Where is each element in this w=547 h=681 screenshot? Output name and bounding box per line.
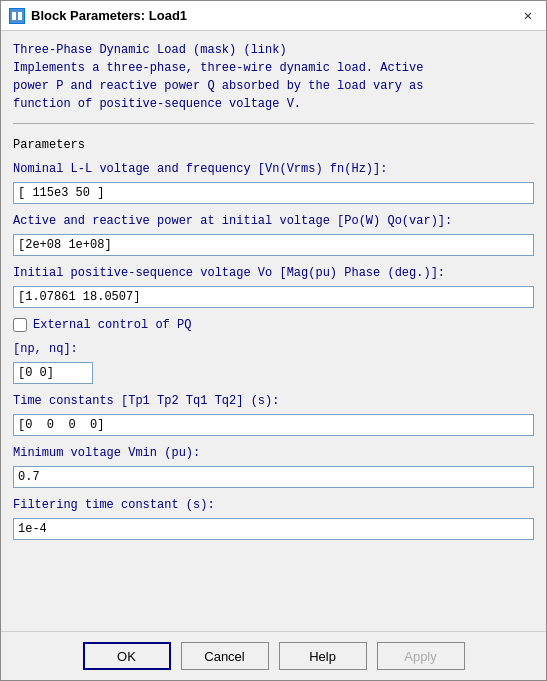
time-constants-label: Time constants [Tp1 Tp2 Tq1 Tq2] (s): bbox=[13, 394, 534, 408]
svg-rect-2 bbox=[18, 12, 22, 20]
filtering-time-label: Filtering time constant (s): bbox=[13, 498, 534, 512]
apply-button[interactable]: Apply bbox=[377, 642, 465, 670]
desc-line1: Three-Phase Dynamic Load (mask) (link) bbox=[13, 41, 534, 59]
filtering-time-input[interactable] bbox=[13, 518, 534, 540]
active-reactive-power-label: Active and reactive power at initial vol… bbox=[13, 214, 534, 228]
button-row: OK Cancel Help Apply bbox=[1, 631, 546, 680]
time-constants-input[interactable] bbox=[13, 414, 534, 436]
parameters-section-label: Parameters bbox=[13, 138, 534, 152]
close-button[interactable]: ✕ bbox=[518, 6, 538, 26]
description-block: Three-Phase Dynamic Load (mask) (link) I… bbox=[13, 41, 534, 113]
svg-rect-1 bbox=[12, 12, 16, 20]
nominal-voltage-label: Nominal L-L voltage and frequency [Vn(Vr… bbox=[13, 162, 534, 176]
desc-line3: power P and reactive power Q absorbed by… bbox=[13, 77, 534, 95]
help-button[interactable]: Help bbox=[279, 642, 367, 670]
dialog-content: Three-Phase Dynamic Load (mask) (link) I… bbox=[1, 31, 546, 631]
window-title: Block Parameters: Load1 bbox=[31, 8, 518, 23]
external-control-checkbox[interactable] bbox=[13, 318, 27, 332]
min-voltage-input[interactable] bbox=[13, 466, 534, 488]
external-control-row: External control of PQ bbox=[13, 318, 534, 332]
ok-button[interactable]: OK bbox=[83, 642, 171, 670]
external-control-label: External control of PQ bbox=[33, 318, 191, 332]
initial-voltage-label: Initial positive-sequence voltage Vo [Ma… bbox=[13, 266, 534, 280]
min-voltage-label: Minimum voltage Vmin (pu): bbox=[13, 446, 534, 460]
initial-voltage-input[interactable] bbox=[13, 286, 534, 308]
np-nq-label: [np, nq]: bbox=[13, 342, 534, 356]
cancel-button[interactable]: Cancel bbox=[181, 642, 269, 670]
desc-line2: Implements a three-phase, three-wire dyn… bbox=[13, 59, 534, 77]
active-reactive-power-input[interactable] bbox=[13, 234, 534, 256]
block-icon bbox=[9, 8, 25, 24]
title-bar: Block Parameters: Load1 ✕ bbox=[1, 1, 546, 31]
dialog-window: Block Parameters: Load1 ✕ Three-Phase Dy… bbox=[0, 0, 547, 681]
desc-line4: function of positive-sequence voltage V. bbox=[13, 95, 534, 113]
np-nq-input[interactable] bbox=[13, 362, 93, 384]
divider-top bbox=[13, 123, 534, 124]
nominal-voltage-input[interactable] bbox=[13, 182, 534, 204]
